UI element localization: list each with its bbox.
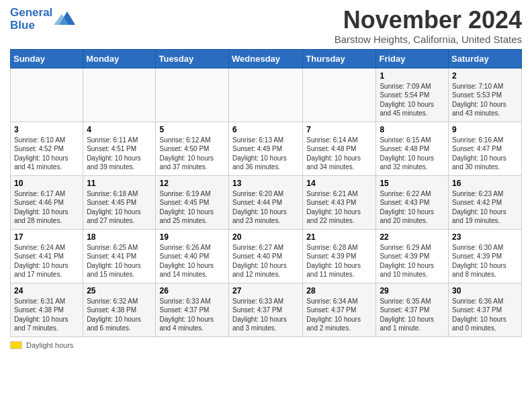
calendar-cell: 9Sunrise: 6:16 AM Sunset: 4:47 PM Daylig… (449, 122, 522, 175)
day-number: 9 (452, 125, 518, 134)
logo-icon (54, 9, 75, 30)
day-number: 5 (159, 125, 225, 134)
calendar-cell: 13Sunrise: 6:20 AM Sunset: 4:44 PM Dayli… (229, 175, 303, 229)
calendar-dow-sunday: Sunday (11, 49, 83, 68)
day-info: Sunrise: 6:34 AM Sunset: 4:37 PM Dayligh… (306, 297, 372, 333)
calendar-cell: 30Sunrise: 6:36 AM Sunset: 4:37 PM Dayli… (449, 283, 522, 336)
calendar-cell: 6Sunrise: 6:13 AM Sunset: 4:49 PM Daylig… (229, 122, 303, 175)
calendar-cell: 25Sunrise: 6:32 AM Sunset: 4:38 PM Dayli… (83, 283, 156, 336)
day-number: 12 (159, 179, 225, 188)
day-number: 13 (232, 179, 299, 188)
day-info: Sunrise: 6:32 AM Sunset: 4:38 PM Dayligh… (87, 297, 152, 333)
day-number: 21 (306, 232, 372, 242)
calendar-week-4: 17Sunrise: 6:24 AM Sunset: 4:41 PM Dayli… (11, 229, 522, 283)
calendar-cell: 1Sunrise: 7:09 AM Sunset: 5:54 PM Daylig… (376, 68, 449, 122)
calendar-cell: 27Sunrise: 6:33 AM Sunset: 4:37 PM Dayli… (229, 283, 303, 336)
day-number: 24 (14, 286, 79, 295)
day-number: 29 (380, 286, 445, 295)
day-number: 11 (87, 179, 152, 188)
day-number: 10 (14, 179, 79, 188)
day-info: Sunrise: 6:24 AM Sunset: 4:41 PM Dayligh… (14, 243, 79, 279)
calendar-cell: 7Sunrise: 6:14 AM Sunset: 4:48 PM Daylig… (303, 122, 376, 175)
day-number: 16 (452, 179, 518, 188)
day-info: Sunrise: 6:25 AM Sunset: 4:41 PM Dayligh… (87, 243, 152, 279)
day-info: Sunrise: 6:20 AM Sunset: 4:44 PM Dayligh… (232, 189, 299, 226)
day-info: Sunrise: 6:29 AM Sunset: 4:39 PM Dayligh… (380, 243, 445, 279)
calendar-cell: 2Sunrise: 7:10 AM Sunset: 5:53 PM Daylig… (449, 68, 522, 122)
day-info: Sunrise: 6:33 AM Sunset: 4:37 PM Dayligh… (159, 297, 225, 333)
day-info: Sunrise: 6:18 AM Sunset: 4:45 PM Dayligh… (87, 189, 152, 226)
calendar-dow-friday: Friday (376, 49, 449, 68)
calendar-cell: 15Sunrise: 6:22 AM Sunset: 4:43 PM Dayli… (376, 175, 449, 229)
header: General Blue November 2024 Barstow Heigh… (10, 7, 522, 45)
calendar-cell: 14Sunrise: 6:21 AM Sunset: 4:43 PM Dayli… (303, 175, 376, 229)
calendar-cell (83, 68, 156, 122)
calendar-cell (11, 68, 83, 122)
calendar-dow-monday: Monday (83, 49, 156, 68)
calendar-week-2: 3Sunrise: 6:10 AM Sunset: 4:52 PM Daylig… (11, 122, 522, 175)
day-info: Sunrise: 6:35 AM Sunset: 4:37 PM Dayligh… (380, 297, 445, 333)
day-info: Sunrise: 6:30 AM Sunset: 4:39 PM Dayligh… (452, 243, 518, 279)
day-info: Sunrise: 6:23 AM Sunset: 4:42 PM Dayligh… (452, 189, 518, 226)
day-info: Sunrise: 6:26 AM Sunset: 4:40 PM Dayligh… (159, 243, 225, 279)
calendar-cell: 28Sunrise: 6:34 AM Sunset: 4:37 PM Dayli… (303, 283, 376, 336)
day-number: 3 (14, 125, 79, 134)
day-number: 23 (452, 232, 518, 242)
main-title: November 2024 (335, 7, 522, 34)
calendar-cell: 23Sunrise: 6:30 AM Sunset: 4:39 PM Dayli… (449, 229, 522, 283)
day-info: Sunrise: 6:11 AM Sunset: 4:51 PM Dayligh… (87, 136, 152, 172)
calendar-cell (303, 68, 376, 122)
calendar-dow-wednesday: Wednesday (229, 49, 303, 68)
calendar-cell: 11Sunrise: 6:18 AM Sunset: 4:45 PM Dayli… (83, 175, 156, 229)
calendar-cell: 26Sunrise: 6:33 AM Sunset: 4:37 PM Dayli… (156, 283, 229, 336)
day-number: 18 (87, 232, 152, 242)
day-info: Sunrise: 6:22 AM Sunset: 4:43 PM Dayligh… (380, 189, 445, 226)
logo-text1: General (10, 6, 52, 19)
day-number: 30 (452, 286, 518, 295)
day-number: 7 (306, 125, 372, 134)
day-number: 14 (306, 179, 372, 188)
day-number: 8 (380, 125, 445, 134)
daylight-label: Daylight hours (26, 341, 73, 349)
calendar-cell: 19Sunrise: 6:26 AM Sunset: 4:40 PM Dayli… (156, 229, 229, 283)
day-info: Sunrise: 6:19 AM Sunset: 4:45 PM Dayligh… (159, 189, 225, 226)
calendar: SundayMondayTuesdayWednesdayThursdayFrid… (10, 49, 522, 337)
day-info: Sunrise: 6:17 AM Sunset: 4:46 PM Dayligh… (14, 189, 79, 226)
calendar-body: 1Sunrise: 7:09 AM Sunset: 5:54 PM Daylig… (11, 68, 522, 336)
day-info: Sunrise: 7:10 AM Sunset: 5:53 PM Dayligh… (452, 82, 518, 118)
footer-note: Daylight hours (10, 341, 522, 349)
day-info: Sunrise: 6:33 AM Sunset: 4:37 PM Dayligh… (232, 297, 299, 333)
day-info: Sunrise: 6:27 AM Sunset: 4:40 PM Dayligh… (232, 243, 299, 279)
day-info: Sunrise: 6:21 AM Sunset: 4:43 PM Dayligh… (306, 189, 372, 226)
calendar-cell: 5Sunrise: 6:12 AM Sunset: 4:50 PM Daylig… (156, 122, 229, 175)
day-number: 4 (87, 125, 152, 134)
calendar-week-5: 24Sunrise: 6:31 AM Sunset: 4:38 PM Dayli… (11, 283, 522, 336)
calendar-cell: 21Sunrise: 6:28 AM Sunset: 4:39 PM Dayli… (303, 229, 376, 283)
day-info: Sunrise: 6:13 AM Sunset: 4:49 PM Dayligh… (232, 136, 299, 172)
calendar-cell: 29Sunrise: 6:35 AM Sunset: 4:37 PM Dayli… (376, 283, 449, 336)
logo-text2: Blue (10, 19, 52, 32)
calendar-dow-tuesday: Tuesday (156, 49, 229, 68)
day-info: Sunrise: 7:09 AM Sunset: 5:54 PM Dayligh… (380, 82, 445, 118)
calendar-header-row: SundayMondayTuesdayWednesdayThursdayFrid… (11, 49, 522, 68)
day-number: 27 (232, 286, 299, 295)
calendar-cell: 8Sunrise: 6:15 AM Sunset: 4:48 PM Daylig… (376, 122, 449, 175)
day-number: 25 (87, 286, 152, 295)
calendar-cell: 16Sunrise: 6:23 AM Sunset: 4:42 PM Dayli… (449, 175, 522, 229)
day-number: 20 (232, 232, 299, 242)
day-info: Sunrise: 6:15 AM Sunset: 4:48 PM Dayligh… (380, 136, 445, 172)
day-number: 19 (159, 232, 225, 242)
day-number: 26 (159, 286, 225, 295)
day-number: 6 (232, 125, 299, 134)
calendar-week-3: 10Sunrise: 6:17 AM Sunset: 4:46 PM Dayli… (11, 175, 522, 229)
calendar-dow-thursday: Thursday (303, 49, 376, 68)
calendar-cell: 4Sunrise: 6:11 AM Sunset: 4:51 PM Daylig… (83, 122, 156, 175)
calendar-cell: 20Sunrise: 6:27 AM Sunset: 4:40 PM Dayli… (229, 229, 303, 283)
logo: General Blue (10, 7, 75, 32)
calendar-cell: 24Sunrise: 6:31 AM Sunset: 4:38 PM Dayli… (11, 283, 83, 336)
day-number: 17 (14, 232, 79, 242)
calendar-cell (229, 68, 303, 122)
day-info: Sunrise: 6:16 AM Sunset: 4:47 PM Dayligh… (452, 136, 518, 172)
day-number: 15 (380, 179, 445, 188)
day-number: 28 (306, 286, 372, 295)
